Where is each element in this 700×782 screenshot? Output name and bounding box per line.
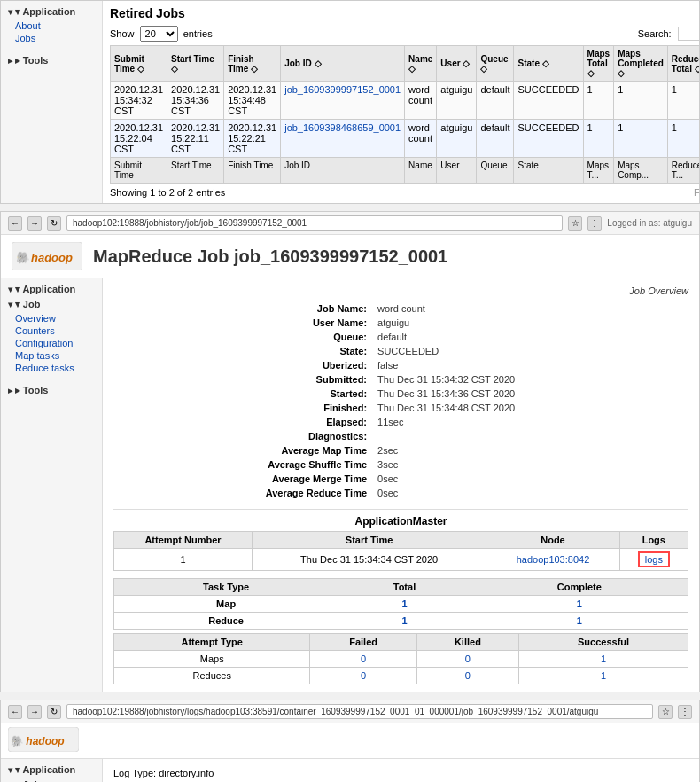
sidebar3: ▾ Application ▾ Job Overview Counters Co… bbox=[1, 759, 103, 782]
table-footer: Showing 1 to 2 of 2 entries First Previo… bbox=[110, 187, 700, 198]
s2-job-title[interactable]: ▾ Job bbox=[4, 297, 98, 312]
submitted-label: Submitted: bbox=[113, 372, 372, 387]
s2-reduce-tasks-link[interactable]: Reduce tasks bbox=[4, 362, 98, 374]
settings-button-3[interactable]: ⋮ bbox=[678, 705, 692, 719]
att-killed-reduces[interactable]: 0 bbox=[416, 668, 518, 684]
cell-reduces-total: 1 bbox=[667, 120, 700, 158]
cell-queue: default bbox=[477, 120, 514, 158]
search-input[interactable] bbox=[678, 27, 700, 41]
task-col-complete: Complete bbox=[471, 579, 688, 596]
settings-button[interactable]: ⋮ bbox=[587, 216, 602, 231]
att-failed-maps[interactable]: 0 bbox=[310, 651, 416, 668]
cell-job-id[interactable]: job_1609398468659_0001 bbox=[281, 120, 405, 158]
reduce-complete-link[interactable]: 1 bbox=[577, 615, 582, 626]
att-successful-reduces[interactable]: 1 bbox=[519, 668, 688, 684]
refresh-button-3[interactable]: ↻ bbox=[47, 705, 61, 719]
col-reduces-total[interactable]: Reduces Total ◇ bbox=[667, 46, 700, 82]
reduces-successful-link[interactable]: 1 bbox=[601, 670, 606, 681]
col-name[interactable]: Name ◇ bbox=[405, 46, 437, 82]
task-col-type: Task Type bbox=[114, 579, 338, 596]
sidebar1-about-link[interactable]: About bbox=[4, 20, 98, 32]
am-col-logs: Logs bbox=[619, 532, 688, 549]
col-finish-time[interactable]: Finish Time ◇ bbox=[224, 46, 281, 82]
reduces-failed-link[interactable]: 0 bbox=[361, 670, 366, 681]
sidebar1-application-title[interactable]: ▾ Application bbox=[4, 4, 98, 20]
cell-job-id[interactable]: job_1609399997152_0001 bbox=[281, 82, 405, 120]
col-maps-completed[interactable]: Maps Completed ◇ bbox=[614, 46, 668, 82]
table-row: 2020.12.31 15:34:32 CST 2020.12.31 15:34… bbox=[111, 82, 701, 120]
s2-tools-title[interactable]: ▸ Tools bbox=[4, 381, 98, 398]
col-job-id[interactable]: Job ID ◇ bbox=[281, 46, 405, 82]
col-start-time[interactable]: Start Time ◇ bbox=[167, 46, 224, 82]
back-button[interactable]: ← bbox=[8, 216, 22, 231]
refresh-button[interactable]: ↻ bbox=[47, 216, 61, 231]
browser-url-3[interactable]: hadoop102:19888/jobhistory/logs/hadoop10… bbox=[66, 704, 653, 719]
footer-col: User bbox=[437, 158, 477, 184]
logs-button[interactable]: logs bbox=[638, 551, 670, 567]
avg-shuffle-value: 3sec bbox=[372, 457, 688, 472]
am-section: ApplicationMaster Attempt Number Start T… bbox=[113, 509, 688, 684]
s3-application-title[interactable]: ▾ Application bbox=[4, 762, 98, 778]
hadoop-logo-2: 🐘 hadoop bbox=[12, 242, 82, 270]
s2-overview-link[interactable]: Overview bbox=[4, 312, 98, 325]
uberized-label: Uberized: bbox=[113, 358, 372, 372]
att-failed-reduces[interactable]: 0 bbox=[310, 668, 416, 684]
s3-main: Log Type: directory.info Log Upload Time… bbox=[103, 759, 699, 782]
forward-button-3[interactable]: → bbox=[27, 705, 42, 719]
map-total-link[interactable]: 1 bbox=[401, 598, 407, 609]
att-type-reduces: Reduces bbox=[114, 668, 310, 684]
task-complete-map[interactable]: 1 bbox=[471, 596, 688, 613]
am-node-link[interactable]: hadoop103:8042 bbox=[517, 554, 590, 565]
map-complete-link[interactable]: 1 bbox=[577, 598, 582, 609]
sidebar1-jobs-link[interactable]: Jobs bbox=[4, 32, 98, 44]
bookmark-button-3[interactable]: ☆ bbox=[658, 705, 673, 719]
s2-application-title[interactable]: ▾ Application bbox=[4, 282, 98, 297]
s2-header: 🐘 hadoop MapReduce Job job_1609399997152… bbox=[1, 235, 699, 278]
reduces-killed-link[interactable]: 0 bbox=[465, 670, 471, 681]
s2-map-tasks-link[interactable]: Map tasks bbox=[4, 349, 98, 362]
s2-counters-link[interactable]: Counters bbox=[4, 325, 98, 337]
cell-start-time: 2020.12.31 15:34:36 CST bbox=[167, 82, 224, 120]
col-submit-time[interactable]: Submit Time ◇ bbox=[111, 46, 167, 82]
job-id-link-2[interactable]: job_1609398468659_0001 bbox=[284, 122, 401, 133]
task-table: Task Type Total Complete Map 1 1 Reduce bbox=[113, 578, 688, 630]
task-complete-reduce[interactable]: 1 bbox=[471, 613, 688, 630]
s3-job-title[interactable]: ▾ Job bbox=[4, 778, 98, 782]
col-queue[interactable]: Queue ◇ bbox=[477, 46, 514, 82]
task-total-map[interactable]: 1 bbox=[338, 596, 471, 613]
sidebar2: ▾ Application ▾ Job Overview Counters Co… bbox=[1, 278, 103, 692]
col-state[interactable]: State ◇ bbox=[514, 46, 583, 82]
am-row: 1 Thu Dec 31 15:34:34 CST 2020 hadoop103… bbox=[114, 549, 688, 571]
back-button-3[interactable]: ← bbox=[8, 705, 22, 719]
cell-maps-completed: 1 bbox=[614, 120, 668, 158]
attempt-table: Attempt Type Failed Killed Successful Ma… bbox=[113, 633, 688, 684]
am-node[interactable]: hadoop103:8042 bbox=[486, 549, 619, 571]
job-id-link-1[interactable]: job_1609399997152_0001 bbox=[284, 84, 401, 95]
s2-configuration-link[interactable]: Configuration bbox=[4, 337, 98, 349]
jobs-table: Submit Time ◇ Start Time ◇ Finish Time ◇… bbox=[110, 45, 700, 184]
maps-killed-link[interactable]: 0 bbox=[465, 653, 471, 664]
att-killed-maps[interactable]: 0 bbox=[416, 651, 518, 668]
am-col-start: Start Time bbox=[252, 532, 486, 549]
sidebar1-tools-title[interactable]: ▸ Tools bbox=[4, 51, 98, 68]
browser-url-2[interactable]: hadoop102:19888/jobhistory/job/job_16093… bbox=[66, 215, 563, 231]
att-successful-maps[interactable]: 1 bbox=[519, 651, 688, 668]
forward-button[interactable]: → bbox=[27, 216, 42, 231]
elapsed-label: Elapsed: bbox=[113, 415, 372, 429]
user-name-value: atguigu bbox=[372, 316, 688, 330]
task-total-reduce[interactable]: 1 bbox=[338, 613, 471, 630]
entries-select[interactable]: 2050100 bbox=[140, 26, 178, 42]
col-user[interactable]: User ◇ bbox=[437, 46, 477, 82]
maps-successful-link[interactable]: 1 bbox=[601, 653, 606, 664]
show-label: Show bbox=[110, 28, 135, 39]
cell-user: atguigu bbox=[437, 120, 477, 158]
bookmark-button[interactable]: ☆ bbox=[568, 216, 582, 231]
cell-maps-total: 1 bbox=[583, 120, 614, 158]
first-btn[interactable]: First bbox=[694, 187, 700, 198]
s2-body: ▾ Application ▾ Job Overview Counters Co… bbox=[1, 278, 699, 692]
attempt-row-reduces: Reduces 0 0 1 bbox=[114, 668, 688, 684]
col-maps-total[interactable]: Maps Total ◇ bbox=[583, 46, 614, 82]
maps-failed-link[interactable]: 0 bbox=[361, 653, 366, 664]
am-logs-cell[interactable]: logs bbox=[619, 549, 688, 571]
reduce-total-link[interactable]: 1 bbox=[401, 615, 407, 626]
